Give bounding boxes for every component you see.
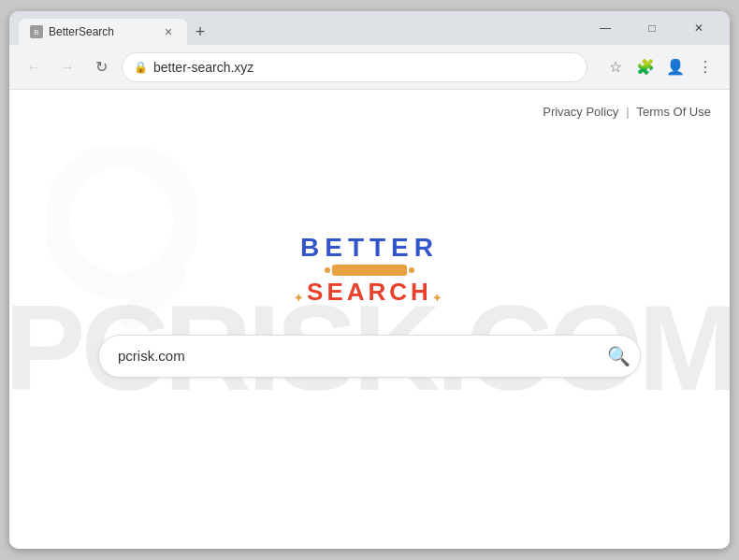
tab-favicon: B <box>30 25 43 38</box>
search-area: BETTER SEARCH 🔍 <box>98 233 641 378</box>
logo-better-text: BETTER <box>300 233 439 263</box>
tab-bar: B BetterSearch × + <box>19 11 584 45</box>
reload-button[interactable]: ↻ <box>88 54 114 80</box>
lock-icon: 🔒 <box>134 61 148 74</box>
privacy-policy-link[interactable]: Privacy Policy <box>543 105 618 119</box>
title-bar: B BetterSearch × + — □ ✕ <box>9 11 730 45</box>
logo-bar-dot-right <box>409 267 414 273</box>
links-divider: | <box>626 105 629 119</box>
close-window-button[interactable]: ✕ <box>677 13 720 43</box>
close-tab-button[interactable]: × <box>161 24 176 39</box>
logo-search-text: SEARCH <box>307 278 432 307</box>
url-text: better-search.xyz <box>153 60 575 75</box>
browser-window: B BetterSearch × + — □ ✕ ← → ↻ 🔒 better-… <box>9 11 730 549</box>
extensions-button[interactable]: 🧩 <box>632 54 659 80</box>
minimize-button[interactable]: — <box>584 13 627 43</box>
logo-bar <box>332 265 407 276</box>
active-tab[interactable]: B BetterSearch × <box>19 19 187 45</box>
address-bar-area: ← → ↻ 🔒 better-search.xyz ☆ 🧩 👤 ⋮ <box>9 45 730 90</box>
profile-button[interactable]: 👤 <box>662 54 688 80</box>
logo-bar-dot-left <box>325 267 330 273</box>
bookmark-button[interactable]: ☆ <box>602 54 629 80</box>
search-input[interactable] <box>98 335 641 378</box>
window-controls: — □ ✕ <box>584 13 720 43</box>
menu-button[interactable]: ⋮ <box>692 54 718 80</box>
tab-title: BetterSearch <box>49 25 155 38</box>
forward-button[interactable]: → <box>54 54 80 80</box>
search-icon: 🔍 <box>607 345 630 367</box>
address-bar[interactable]: 🔒 better-search.xyz <box>122 52 587 82</box>
page-content: PCRISK.COM Privacy Policy | Terms Of Use… <box>9 90 730 549</box>
top-links: Privacy Policy | Terms Of Use <box>543 105 711 119</box>
new-tab-button[interactable]: + <box>187 19 213 45</box>
maximize-button[interactable]: □ <box>630 13 674 43</box>
address-actions: ☆ 🧩 👤 ⋮ <box>602 54 718 80</box>
search-button[interactable]: 🔍 <box>601 339 635 373</box>
logo-container: BETTER SEARCH <box>300 233 439 307</box>
terms-of-use-link[interactable]: Terms Of Use <box>637 105 711 119</box>
search-box-container: 🔍 <box>98 335 641 378</box>
back-button[interactable]: ← <box>21 54 47 80</box>
